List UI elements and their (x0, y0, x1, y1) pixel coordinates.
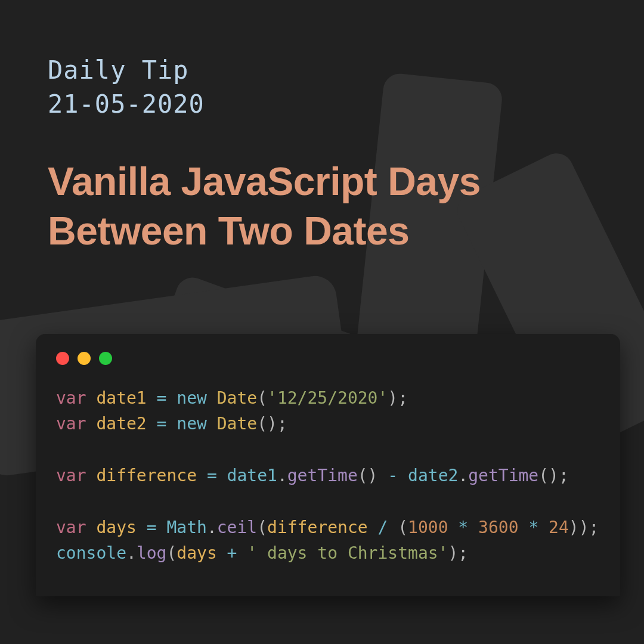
code-token: var (56, 414, 86, 434)
code-token (137, 518, 147, 537)
code-token: ceil (217, 518, 257, 537)
code-token: ( (166, 543, 177, 563)
eyebrow-label: Daily Tip (48, 55, 189, 85)
code-token: difference (96, 466, 197, 485)
code-token: var (56, 518, 86, 537)
code-token (519, 518, 529, 537)
code-token: )); (569, 518, 599, 537)
code-token: ( (257, 388, 267, 408)
code-token: '12/25/2020' (267, 388, 388, 408)
code-token (538, 518, 549, 537)
code-token: days (96, 518, 136, 537)
page-title: Vanilla JavaScript Days Between Two Date… (48, 157, 596, 255)
code-token (86, 388, 97, 408)
code-token: ( (388, 518, 408, 537)
code-token (157, 518, 167, 537)
code-token: (); (257, 414, 287, 434)
code-token: 1000 (408, 518, 448, 537)
code-token: date1 (96, 388, 146, 408)
code-token: Math (166, 518, 206, 537)
code-token: Date (217, 388, 257, 408)
code-token: var (56, 466, 86, 485)
code-token: * (458, 518, 468, 537)
code-token: new (177, 388, 207, 408)
code-token: ' days to Christmas' (247, 543, 448, 563)
code-token: / (377, 518, 388, 537)
code-token: . (458, 466, 468, 485)
code-token: difference (267, 518, 368, 537)
code-token (197, 466, 207, 485)
code-token: = (157, 388, 167, 408)
code-token (217, 466, 227, 485)
code-token: var (56, 388, 86, 408)
code-token: (); (538, 466, 569, 485)
code-token: date1 (227, 466, 277, 485)
eyebrow: Daily Tip 21-05-2020 (48, 54, 596, 121)
code-token: . (207, 518, 217, 537)
code-token: = (207, 466, 217, 485)
code-token: date2 (96, 414, 146, 434)
code-token (166, 414, 177, 434)
close-icon (56, 352, 69, 365)
code-token: Date (217, 414, 257, 434)
code-token (86, 414, 97, 434)
code-token (468, 518, 478, 537)
code-token: . (277, 466, 287, 485)
code-token (368, 518, 378, 537)
code-token (207, 414, 217, 434)
code-token: . (126, 543, 137, 563)
code-token: console (56, 543, 126, 563)
code-token: = (147, 518, 157, 537)
code-token: ( (257, 518, 267, 537)
code-token: - (388, 466, 398, 485)
code-token: ); (448, 543, 468, 563)
code-token: + (227, 543, 237, 563)
code-token (398, 466, 408, 485)
code-token: = (157, 414, 167, 434)
code-token (147, 414, 157, 434)
code-token: () (358, 466, 388, 485)
code-token (217, 543, 227, 563)
code-token: date2 (408, 466, 458, 485)
code-token: getTime (468, 466, 538, 485)
code-token: days (177, 543, 216, 563)
minimize-icon (78, 352, 91, 365)
code-token: new (177, 414, 207, 434)
window-traffic-lights (56, 352, 600, 365)
code-token: * (528, 518, 538, 537)
code-token (207, 388, 217, 408)
code-token (166, 388, 177, 408)
code-window: var date1 = new Date('12/25/2020'); var … (36, 334, 620, 596)
eyebrow-date: 21-05-2020 (48, 89, 205, 119)
code-token: log (137, 543, 167, 563)
code-token: ); (388, 388, 408, 408)
code-token (448, 518, 459, 537)
code-token (237, 543, 247, 563)
code-token: getTime (287, 466, 358, 485)
code-token (86, 518, 97, 537)
code-token (147, 388, 157, 408)
code-token: 3600 (478, 518, 518, 537)
code-token (86, 466, 97, 485)
maximize-icon (99, 352, 112, 365)
content: Daily Tip 21-05-2020 Vanilla JavaScript … (0, 0, 644, 255)
code-block: var date1 = new Date('12/25/2020'); var … (56, 385, 600, 566)
code-token: 24 (549, 518, 569, 537)
